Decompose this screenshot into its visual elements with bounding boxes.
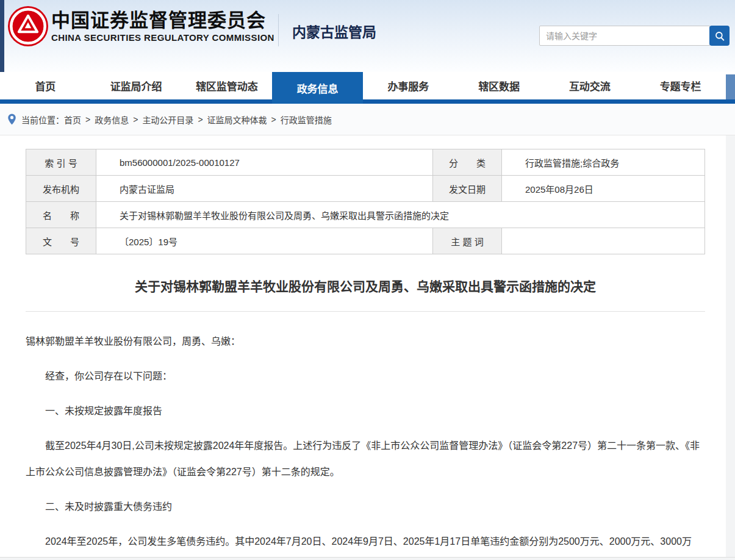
nav-item-regional-data[interactable]: 辖区数据 [454, 72, 545, 99]
article-paragraph-issue-1-detail: 截至2025年4月30日,公司未按规定披露2024年年度报告。上述行为违反了《非… [26, 433, 705, 485]
meta-label-title: 名 称 [26, 202, 96, 228]
article-paragraph-salutation: 锡林郭勒盟羊羊牧业股份有限公司，周勇、乌嫩： [26, 328, 705, 354]
meta-label-subject-words: 主 题 词 [433, 228, 502, 254]
breadcrumb-separator: > [133, 115, 138, 124]
main-nav: 首页 证监局介绍 辖区监管动态 政务信息 办事服务 辖区数据 互动交流 专题专栏 [0, 72, 735, 104]
breadcrumb-link-home[interactable]: 首页 [64, 113, 81, 126]
meta-value-index-number: bm56000001/2025-00010127 [96, 149, 433, 176]
search-box [539, 26, 730, 46]
nav-item-bureau-intro[interactable]: 证监局介绍 [91, 72, 182, 99]
breadcrumb-separator: > [198, 115, 203, 124]
meta-value-category: 行政监管措施;综合政务 [502, 149, 705, 176]
meta-label-issuing-agency: 发布机构 [26, 176, 96, 202]
breadcrumb: 当前位置： 首页 > 政务信息 > 主动公开目录 > 证监局文种体裁 > 行政监… [0, 104, 735, 135]
nav-item-regional-supervision[interactable]: 辖区监管动态 [182, 72, 273, 99]
nav-item-government-info[interactable]: 政务信息 [272, 72, 363, 104]
nav-item-home[interactable]: 首页 [0, 72, 91, 99]
main-content: 索 引 号 bm56000001/2025-00010127 分 类 行政监管措… [0, 135, 726, 557]
csrc-logo [8, 6, 48, 46]
search-button[interactable] [709, 26, 730, 46]
bottom-edge-strip [0, 557, 735, 560]
search-input[interactable] [539, 26, 710, 46]
meta-value-issuing-agency: 内蒙古证监局 [96, 176, 433, 202]
bureau-name: 内蒙古监管局 [292, 21, 376, 41]
article-paragraph-intro: 经查，你公司存在以下问题： [26, 363, 705, 389]
document-meta-table: 索 引 号 bm56000001/2025-00010127 分 类 行政监管措… [26, 149, 705, 254]
meta-label-issue-date: 发文日期 [433, 176, 502, 202]
breadcrumb-link-document-types[interactable]: 证监局文种体裁 [207, 113, 267, 126]
table-row: 文 号 〔2025〕19号 主 题 词 [26, 228, 705, 254]
breadcrumb-prefix: 当前位置： [21, 113, 64, 126]
nav-overflow-sliver [726, 74, 735, 99]
org-name-english: CHINA SECURITIES REGULATORY COMMISSION [51, 32, 274, 44]
meta-value-document-number: 〔2025〕19号 [96, 228, 433, 254]
breadcrumb-separator: > [271, 115, 276, 124]
meta-value-issue-date: 2025年08月26日 [502, 176, 705, 202]
nav-item-interaction[interactable]: 互动交流 [545, 72, 636, 99]
org-name-chinese: 中国证券监督管理委员会 [51, 10, 274, 32]
breadcrumb-link-open-directory[interactable]: 主动公开目录 [142, 113, 193, 126]
title-divider [26, 311, 705, 312]
meta-label-category: 分 类 [433, 149, 502, 176]
site-header: 中国证券监督管理委员会 CHINA SECURITIES REGULATORY … [0, 0, 735, 72]
location-pin-icon [7, 113, 16, 125]
nav-row: 首页 证监局介绍 辖区监管动态 政务信息 办事服务 辖区数据 互动交流 专题专栏 [0, 72, 726, 99]
org-title-block: 中国证券监督管理委员会 CHINA SECURITIES REGULATORY … [51, 10, 274, 44]
breadcrumb-link-government-info[interactable]: 政务信息 [95, 113, 129, 126]
page-title: 关于对锡林郭勒盟羊羊牧业股份有限公司及周勇、乌嫩采取出具警示函措施的决定 [26, 276, 705, 295]
breadcrumb-separator: > [85, 115, 90, 124]
nav-item-services[interactable]: 办事服务 [363, 72, 454, 99]
header-divider [278, 14, 279, 46]
nav-item-special-topics[interactable]: 专题专栏 [635, 72, 726, 99]
article-paragraph-issue-2-detail: 2024年至2025年，公司发生多笔债务违约。其中2024年7月20日、2024… [26, 528, 705, 555]
article-paragraph-issue-1-heading: 一、未按规定披露年度报告 [26, 398, 705, 424]
meta-value-title: 关于对锡林郭勒盟羊羊牧业股份有限公司及周勇、乌嫩采取出具警示函措施的决定 [96, 202, 705, 228]
left-edge-strip [0, 0, 4, 72]
breadcrumb-link-regulatory-measures[interactable]: 行政监管措施 [281, 113, 332, 126]
table-row: 发布机构 内蒙古证监局 发文日期 2025年08月26日 [26, 176, 705, 202]
table-row: 索 引 号 bm56000001/2025-00010127 分 类 行政监管措… [26, 149, 705, 176]
meta-value-subject-words [502, 228, 705, 254]
meta-label-index-number: 索 引 号 [26, 149, 96, 176]
meta-label-document-number: 文 号 [26, 228, 96, 254]
table-row: 名 称 关于对锡林郭勒盟羊羊牧业股份有限公司及周勇、乌嫩采取出具警示函措施的决定 [26, 202, 705, 228]
search-icon [714, 31, 725, 41]
article-body: 锡林郭勒盟羊羊牧业股份有限公司，周勇、乌嫩： 经查，你公司存在以下问题： 一、未… [26, 328, 705, 555]
article-paragraph-issue-2-heading: 二、未及时披露重大债务违约 [26, 494, 705, 520]
